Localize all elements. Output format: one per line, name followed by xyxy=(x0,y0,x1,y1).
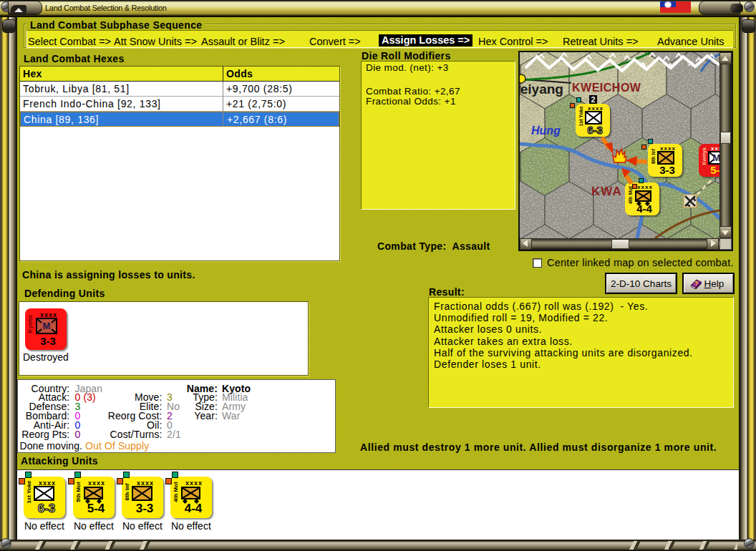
svg-text:?: ? xyxy=(694,280,698,287)
